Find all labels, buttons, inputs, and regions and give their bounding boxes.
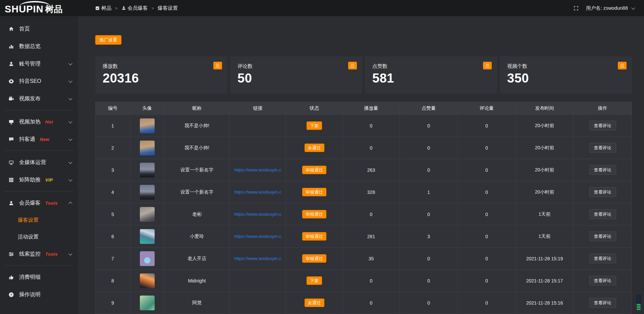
cell-comments: 0 xyxy=(458,270,516,292)
sidebar-badge-new: New xyxy=(40,137,49,142)
widget-bar xyxy=(637,307,641,308)
view-comments-button[interactable]: 查看评论 xyxy=(589,298,616,308)
view-comments-button[interactable]: 查看评论 xyxy=(589,121,616,130)
widget-bar xyxy=(637,309,641,310)
breadcrumb-item-baoke-settings[interactable]: 爆客设置 xyxy=(158,5,178,11)
view-comments-button[interactable]: 查看评论 xyxy=(589,143,616,153)
cell-avatar xyxy=(130,159,164,181)
user-menu[interactable]: 用户名: zswodun88 xyxy=(586,5,635,11)
video-link[interactable]: https://www.iesdouyin.c xyxy=(232,167,284,172)
cell-publish-time: 20小时前 xyxy=(516,137,574,159)
sidebar-item-label: 矩阵助推 xyxy=(19,176,41,184)
promo-settings-button[interactable]: 推广设置 xyxy=(95,35,121,45)
cell-status: 未通过 xyxy=(286,137,343,159)
stat-card-3: 视频个数350总 xyxy=(500,56,632,94)
widget-bar xyxy=(637,304,641,305)
view-comments-button[interactable]: 查看评论 xyxy=(589,209,616,219)
gear-icon xyxy=(8,78,14,84)
status-badge: 审核通过 xyxy=(302,254,326,263)
sidebar-item-media-operation[interactable]: 全媒体运营 xyxy=(0,154,78,171)
sidebar-item-member-baoke[interactable]: 会员爆客Tools xyxy=(0,194,78,212)
floating-widget[interactable] xyxy=(635,293,642,311)
avatar xyxy=(140,207,155,222)
view-comments-button[interactable]: 查看评论 xyxy=(589,276,616,285)
table-row: 1我不是小帅!下架00020小时前查看评论 xyxy=(96,115,632,137)
status-badge: 下架 xyxy=(307,276,322,285)
breadcrumb-item-shupin[interactable]: 树品 xyxy=(95,5,111,11)
sidebar-item-douketong[interactable]: 抖客通New xyxy=(0,130,78,148)
chart-icon xyxy=(8,44,14,49)
sidebar-subitem-activity-settings[interactable]: 活动设置 xyxy=(0,228,78,245)
cell-nickname: 我不是小帅! xyxy=(164,115,230,137)
cell-id: 4 xyxy=(96,181,130,203)
breadcrumb: 树品>会员爆客>爆客设置 xyxy=(95,5,178,11)
chevron-down-icon xyxy=(631,6,635,9)
cell-comments: 0 xyxy=(458,203,516,225)
table-row: 3设置一个新名字https://www.iesdouyin.c审核通过26300… xyxy=(96,159,632,181)
status-badge: 审核通过 xyxy=(302,232,326,241)
app-logo[interactable]: SHUPIN 树品 xyxy=(0,0,78,16)
cell-avatar xyxy=(130,115,164,137)
view-comments-button[interactable]: 查看评论 xyxy=(589,254,616,263)
breadcrumb-item-member-baoke[interactable]: 会员爆客 xyxy=(121,5,148,11)
sliders-icon xyxy=(8,251,14,257)
cell-actions: 查看评论 xyxy=(574,225,632,247)
view-comments-button[interactable]: 查看评论 xyxy=(589,187,616,197)
chevron-down-icon xyxy=(68,177,72,181)
sidebar-item-home[interactable]: 首页 xyxy=(0,20,78,38)
cell-status: 未通过 xyxy=(286,292,343,314)
cell-comments: 0 xyxy=(458,115,516,137)
cell-id: 2 xyxy=(96,137,130,159)
cell-plays: 328 xyxy=(343,181,400,203)
video-link[interactable]: https://www.iesdouyin.c xyxy=(232,212,284,217)
sidebar-subitem-baoke-settings[interactable]: 爆客设置 xyxy=(0,212,78,228)
cell-likes: 3 xyxy=(400,225,458,247)
table-row: 9阿慧未通过0002021-11-28 15:16查看评论 xyxy=(96,292,632,314)
breadcrumb-separator: > xyxy=(115,6,118,11)
sidebar-item-consume-detail[interactable]: 消费明细 xyxy=(0,268,78,286)
status-badge: 审核通过 xyxy=(302,188,326,196)
sidebar-item-douyin-seo[interactable]: 抖音SEO xyxy=(0,72,78,90)
cell-avatar xyxy=(130,248,164,269)
sidebar-item-video-publish[interactable]: 视频发布 xyxy=(0,90,78,107)
cell-plays: 0 xyxy=(343,115,400,137)
video-link[interactable]: https://www.iesdouyin.c xyxy=(232,190,284,195)
sidebar-item-video-heating[interactable]: 视频加热Hot xyxy=(0,113,78,130)
cell-nickname: 老人开店 xyxy=(164,248,230,269)
view-comments-button[interactable]: 查看评论 xyxy=(589,231,616,241)
cell-nickname: 阿慧 xyxy=(164,292,230,314)
sidebar-item-matrix-boost[interactable]: 矩阵助推VIP xyxy=(0,171,78,189)
sidebar-item-account-management[interactable]: 账号管理 xyxy=(0,55,78,72)
column-header: 编号 xyxy=(96,102,130,114)
video-link[interactable]: https://www.iesdouyin.c xyxy=(232,256,284,261)
cell-comments: 0 xyxy=(458,181,516,203)
stat-card-2: 点赞数581总 xyxy=(365,56,497,94)
cell-avatar xyxy=(130,225,164,247)
breadcrumb-separator: > xyxy=(152,6,154,11)
stat-card-1: 评论数50总 xyxy=(230,56,362,94)
cell-likes: 0 xyxy=(400,248,458,269)
sidebar-item-data-overview[interactable]: 数据总览 xyxy=(0,38,78,55)
table-row: 2我不是小帅!未通过00020小时前查看评论 xyxy=(96,137,632,159)
cell-nickname: 我不是小帅! xyxy=(164,137,230,159)
cell-status: 审核通过 xyxy=(286,181,343,203)
sidebar-item-clue-monitor[interactable]: 线索监控Tools xyxy=(0,245,78,263)
chevron-down-icon xyxy=(68,61,72,65)
fullscreen-icon[interactable] xyxy=(574,6,579,11)
cell-status: 审核通过 xyxy=(286,203,343,225)
video-link[interactable]: https://www.iesdouyin.c xyxy=(232,234,284,239)
cell-publish-time: 20小时前 xyxy=(516,115,574,137)
cell-status: 审核通过 xyxy=(286,248,343,269)
cell-publish-time: 2021-11-28 15:19 xyxy=(516,248,574,269)
view-comments-button[interactable]: 查看评论 xyxy=(589,165,616,175)
chevron-down-icon xyxy=(68,160,72,164)
cell-plays: 0 xyxy=(343,137,400,159)
sidebar-item-operation-guide[interactable]: ?操作说明 xyxy=(0,286,78,303)
cell-plays: 0 xyxy=(343,270,400,292)
cell-avatar xyxy=(130,270,164,292)
column-header: 头像 xyxy=(130,102,164,114)
table-row: 4设置一个新名字https://www.iesdouyin.c审核通过32810… xyxy=(96,181,632,203)
cell-nickname: 设置一个新名字 xyxy=(164,181,230,203)
breadcrumb-label: 树品 xyxy=(101,5,111,11)
sidebar-item-label: 首页 xyxy=(19,25,30,33)
